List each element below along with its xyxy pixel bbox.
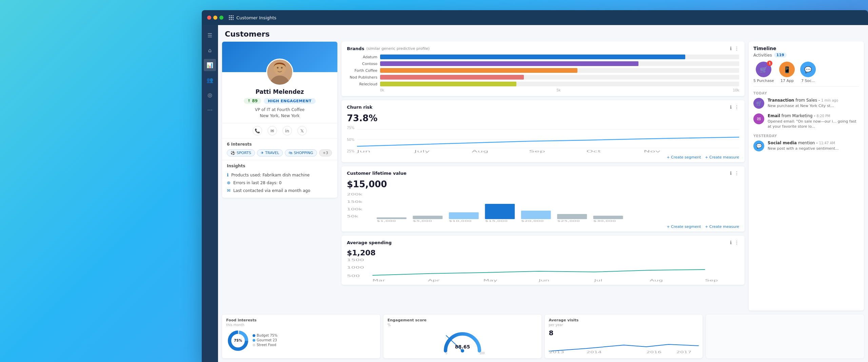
insight-item-3: ✉ Last contacted via email a month ago [227, 187, 333, 194]
purchase-circle[interactable]: 🛒 1 [756, 62, 771, 77]
svg-text:Oct: Oct [586, 149, 601, 153]
clv-actions-header: ℹ ⋮ [730, 170, 739, 176]
tag-more[interactable]: +3 [319, 149, 332, 156]
insights-section: Insights ℹ Products used: Fabrikam dish … [222, 160, 337, 198]
churn-title: Churn risk [347, 105, 373, 110]
brands-header: Brands (similar generic predictive profi… [347, 46, 739, 51]
svg-text:July: July [414, 149, 430, 153]
app-circle[interactable]: 📱 [779, 62, 795, 77]
avatar-wrapper [222, 59, 337, 86]
activity-icons-row: 🛒 1 5 Purchase 📱 17 App 💬 [753, 62, 859, 87]
svg-text:Jul: Jul [594, 279, 603, 282]
svg-rect-23 [557, 214, 587, 219]
clv-card: Customer lifetime value ℹ ⋮ $15,000 200k [341, 166, 745, 232]
svg-text:Sep: Sep [705, 279, 718, 282]
insight-icon-2: ⊗ [227, 180, 231, 185]
svg-text:150k: 150k [347, 200, 363, 204]
svg-text:100: 100 [479, 352, 485, 355]
clv-header: Customer lifetime value ℹ ⋮ [347, 170, 739, 176]
svg-text:Apr: Apr [428, 279, 440, 282]
timeline-title: Timeline [753, 46, 859, 51]
clv-create-measure[interactable]: + Create measure [705, 225, 739, 229]
event-transaction: 🛒 Transaction from Sales - 1 min ago New… [753, 98, 859, 109]
sidebar-menu[interactable]: ☰ [204, 29, 216, 41]
churn-menu-icon[interactable]: ⋮ [734, 104, 739, 110]
brand-bars: Adatum Contoso [347, 55, 739, 86]
mini-card-food: Food interests this month [222, 315, 380, 358]
churn-chart-actions: + Create segment + Create measure [347, 153, 739, 159]
profile-badges: ↑ 89 HIGH ENGAGEMENT [228, 98, 332, 104]
profile-job-title: VP of IT at Fourth Coffee New York, New … [228, 107, 332, 119]
engagement-title: Engagement score [388, 318, 537, 322]
svg-text:Sep: Sep [529, 149, 545, 153]
mini-card-visits: Average visits per year 8 2013 2014 2016… [545, 315, 703, 358]
svg-rect-20 [449, 212, 479, 219]
brand-row-relecloud: Relecloud [347, 82, 739, 86]
minimize-button[interactable] [213, 16, 217, 20]
tag-shopping[interactable]: 🛍SHOPPING [285, 149, 317, 156]
window-controls [207, 16, 223, 20]
app-title: Customer Insights [229, 15, 276, 20]
linkedin-icon[interactable]: in [282, 126, 292, 135]
brands-info-icon[interactable]: ℹ [730, 46, 732, 51]
churn-chart-area: Jun July Aug Sep Oct Nov [357, 126, 739, 153]
svg-text:88.65: 88.65 [455, 344, 470, 349]
twitter-icon[interactable]: 𝕏 [297, 126, 307, 135]
email-icon[interactable]: ✉ [268, 126, 277, 135]
spending-header: Average spending ℹ ⋮ [347, 240, 739, 245]
event-social-title: Social media mention - 11:47 AM [768, 141, 859, 145]
clv-chart: 200k 150k 100k 50k [347, 192, 739, 222]
tag-sports[interactable]: ⚽SPORTS [227, 149, 255, 156]
spending-info-icon[interactable]: ℹ [730, 240, 732, 245]
tag-travel[interactable]: ✈TRAVEL [257, 149, 283, 156]
brands-actions: ℹ ⋮ [730, 46, 739, 51]
spending-menu-icon[interactable]: ⋮ [734, 240, 739, 245]
app-window: Customer Insights ☰ ⌂ 📊 👥 ◎ ⋯ Customers [202, 10, 868, 362]
spending-actions: ℹ ⋮ [730, 240, 739, 245]
event-email-icon: ✉ [753, 113, 764, 124]
svg-text:2013: 2013 [549, 350, 564, 354]
svg-text:Mar: Mar [372, 279, 386, 282]
sidebar-customers[interactable]: 👥 [204, 74, 216, 86]
close-button[interactable] [207, 16, 211, 20]
maximize-button[interactable] [219, 16, 223, 20]
phone-icon[interactable]: 📞 [253, 126, 262, 135]
churn-info-icon[interactable]: ℹ [730, 104, 732, 110]
churn-create-measure[interactable]: + Create measure [705, 155, 739, 159]
today-label: TODAY [753, 91, 859, 95]
svg-rect-24 [593, 216, 623, 219]
svg-rect-19 [413, 216, 442, 219]
interests-title: 6 Interests [227, 142, 333, 147]
spending-card: Average spending ℹ ⋮ $1,208 1500 1000 [341, 236, 745, 285]
brands-menu-icon[interactable]: ⋮ [734, 46, 739, 51]
churn-card: Churn risk ℹ ⋮ 73.8% 75%50%25% [341, 100, 745, 162]
app-label: 17 App [781, 79, 794, 83]
sidebar-analytics[interactable]: 📊 [204, 59, 216, 71]
churn-create-segment[interactable]: + Create segment [667, 155, 701, 159]
clv-value: $15,000 [347, 179, 739, 189]
churn-value: 73.8% [347, 113, 739, 123]
activity-type-purchase: 🛒 1 5 Purchase [753, 62, 774, 83]
clv-info-icon[interactable]: ℹ [730, 170, 732, 176]
brands-card: Brands (similar generic predictive profi… [341, 42, 745, 96]
social-circle[interactable]: 💬 [800, 62, 816, 77]
food-subtitle: this month [226, 323, 376, 327]
svg-text:$15,000: $15,000 [485, 219, 508, 222]
sidebar-segments[interactable]: ◎ [204, 89, 216, 101]
churn-y-labels: 75%50%25% [347, 126, 354, 153]
mini-card-engagement: Engagement score % [383, 315, 541, 358]
event-transaction-title: Transaction from Sales - 1 min ago [768, 98, 859, 103]
clv-menu-icon[interactable]: ⋮ [734, 170, 739, 176]
avatar [266, 59, 293, 86]
churn-chart: 75%50%25% [347, 126, 739, 153]
svg-text:Aug: Aug [650, 279, 663, 282]
sidebar-more[interactable]: ⋯ [204, 104, 216, 116]
sidebar-home[interactable]: ⌂ [204, 44, 216, 56]
event-social-icon: 💬 [753, 141, 764, 151]
clv-chart-actions: + Create segment + Create measure [347, 222, 739, 229]
clv-create-segment[interactable]: + Create segment [667, 225, 701, 229]
purchase-badge: 1 [767, 61, 772, 66]
svg-text:$1,000: $1,000 [377, 219, 396, 222]
event-email-title: Email from Marketing - 8:20 PM [768, 113, 859, 118]
timeline-card: Timeline Activities 119 🛒 [749, 42, 864, 311]
